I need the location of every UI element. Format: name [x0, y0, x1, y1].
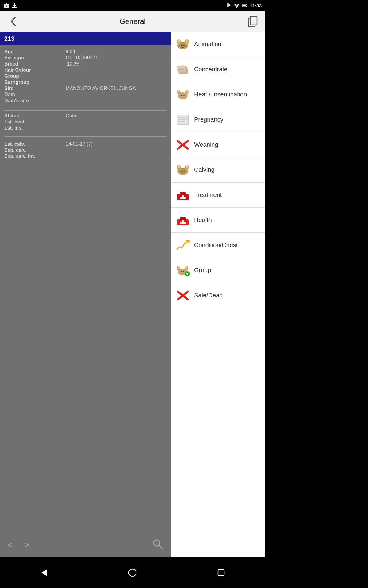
svg-rect-6 — [242, 5, 246, 6]
animal-no-icon — [174, 36, 191, 53]
menu-label-treatment: Treatment — [194, 191, 222, 198]
svg-point-74 — [129, 569, 136, 576]
menu-label-weaning: Weaning — [194, 141, 218, 148]
animal-number-bar: 213 — [0, 32, 171, 45]
svg-rect-2 — [6, 3, 7, 4]
menu-item-condition-chest[interactable]: Condition/Chest — [171, 233, 265, 258]
svg-point-18 — [181, 45, 182, 46]
menu-item-health[interactable]: Health — [171, 208, 265, 233]
group-icon — [174, 262, 191, 279]
search-button[interactable] — [152, 539, 163, 552]
svg-rect-38 — [178, 123, 186, 123]
page-title: General — [20, 17, 245, 26]
svg-point-66 — [181, 271, 182, 272]
svg-rect-75 — [218, 570, 224, 576]
table-row: Dam — [4, 92, 167, 97]
home-system-button[interactable] — [123, 564, 142, 582]
download-icon — [12, 3, 17, 8]
treatment-icon — [174, 187, 191, 203]
menu-item-animal-no[interactable]: Animal no. — [171, 32, 265, 57]
status-bar-left — [4, 3, 17, 8]
svg-rect-3 — [12, 7, 17, 8]
menu-item-weaning[interactable]: Weaning — [171, 132, 265, 157]
menu-label-animal-no: Animal no. — [194, 41, 223, 48]
right-menu-panel: Animal no. ~~~~ ~~~~ Concentrate — [171, 32, 265, 557]
svg-point-19 — [183, 45, 185, 46]
menu-item-calving[interactable]: Calving — [171, 157, 265, 183]
table-row: Lst. heat — [4, 119, 167, 125]
prev-button[interactable]: < — [7, 540, 12, 550]
svg-line-11 — [159, 545, 163, 549]
divider — [4, 110, 167, 111]
menu-item-pregnancy[interactable]: Pregnancy — [171, 107, 265, 132]
table-row: Age 9.04 — [4, 49, 167, 55]
svg-marker-73 — [41, 569, 47, 576]
copy-button[interactable] — [245, 13, 261, 29]
heat-insemination-icon — [174, 86, 191, 103]
info-table: Age 9.04 Eartagnr GL 100000371 Breed 100… — [0, 45, 171, 108]
bottom-navigation-bar — [0, 557, 265, 588]
menu-item-treatment[interactable]: Treatment — [171, 183, 265, 208]
menu-label-calving: Calving — [194, 166, 215, 173]
svg-rect-54 — [180, 197, 186, 199]
sale-dead-icon — [174, 287, 191, 304]
table-row: Breed 100% — [4, 61, 167, 67]
svg-point-47 — [181, 171, 182, 172]
left-panel: 213 Age 9.04 Eartagnr GL 100000371 Breed… — [0, 32, 171, 557]
menu-item-group[interactable]: Group — [171, 258, 265, 283]
animal-number: 213 — [4, 35, 14, 42]
menu-label-pregnancy: Pregnancy — [194, 116, 224, 123]
back-system-button[interactable] — [35, 564, 53, 582]
table-row: Exp. calv. — [4, 148, 167, 153]
svg-rect-59 — [180, 222, 186, 224]
weaning-icon — [174, 137, 191, 153]
status-bar-right: 11:33 — [226, 3, 262, 8]
menu-label-heat-insemination: Heat / Insemination — [194, 91, 247, 98]
status-section: Status Open Lst. heat Lst. ins. — [0, 113, 171, 134]
svg-text:~~~~: ~~~~ — [178, 70, 184, 74]
menu-label-health: Health — [194, 217, 212, 224]
pregnancy-icon — [174, 111, 191, 128]
svg-rect-9 — [250, 16, 257, 25]
table-row: Lst. calv. 14-01-17 (7) — [4, 141, 167, 147]
battery-icon — [242, 3, 247, 8]
wifi-icon — [234, 3, 240, 8]
top-bar: General — [0, 11, 265, 32]
time-display: 11:33 — [250, 3, 262, 8]
svg-point-67 — [183, 271, 184, 272]
menu-label-sale-dead: Sale/Dead — [194, 292, 223, 299]
menu-label-group: Group — [194, 267, 211, 274]
svg-point-48 — [183, 171, 185, 172]
health-icon — [174, 212, 191, 228]
table-row: Lst. ins. — [4, 125, 167, 131]
svg-rect-7 — [247, 5, 247, 6]
svg-point-20 — [177, 40, 178, 41]
svg-point-21 — [187, 40, 188, 41]
concentrate-icon: ~~~~ ~~~~ — [174, 61, 191, 78]
svg-point-4 — [236, 7, 237, 8]
menu-item-heat-insemination[interactable]: Heat / Insemination — [171, 82, 265, 107]
svg-point-32 — [181, 95, 182, 96]
table-row: Barngroup — [4, 80, 167, 85]
svg-point-1 — [6, 5, 8, 7]
back-button[interactable] — [4, 13, 20, 29]
table-row: Status Open — [4, 113, 167, 119]
calving-icon — [174, 162, 191, 178]
svg-rect-56 — [180, 217, 186, 221]
svg-rect-70 — [187, 273, 188, 275]
condition-chest-icon — [174, 237, 191, 254]
left-bottom-nav: < > — [0, 533, 171, 557]
menu-item-sale-dead[interactable]: Sale/Dead — [171, 283, 265, 308]
table-row: Exp. calv. int. — [4, 154, 167, 159]
svg-rect-51 — [180, 192, 186, 195]
menu-item-concentrate[interactable]: ~~~~ ~~~~ Concentrate — [171, 57, 265, 82]
table-row: Dam's sire — [4, 98, 167, 104]
bluetooth-icon — [226, 3, 232, 8]
table-row: Hair Colour — [4, 67, 167, 73]
menu-label-condition-chest: Condition/Chest — [194, 242, 238, 249]
svg-point-33 — [183, 95, 185, 96]
recents-system-button[interactable] — [212, 564, 230, 582]
menu-label-concentrate: Concentrate — [194, 66, 228, 73]
next-button[interactable]: > — [25, 540, 29, 550]
table-row: Group — [4, 74, 167, 79]
